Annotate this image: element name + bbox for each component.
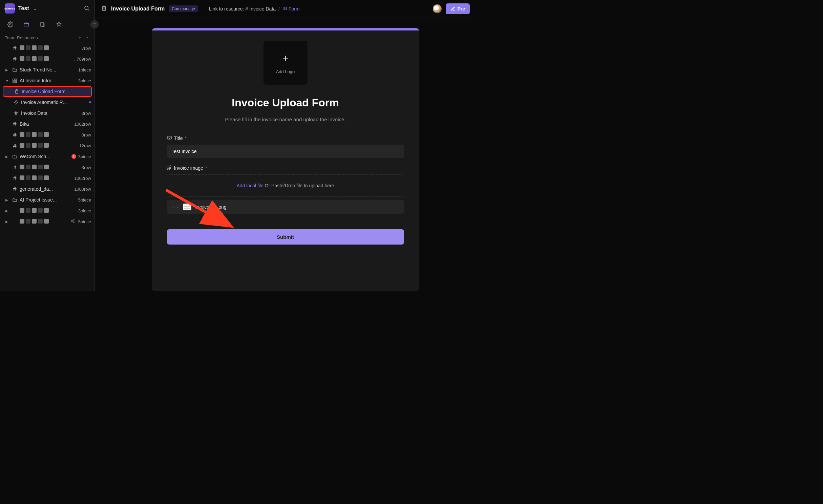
caret-icon: ▶	[5, 209, 9, 213]
permission-badge[interactable]: Can manage	[169, 5, 198, 12]
add-resource-button[interactable]: ＋	[78, 35, 82, 41]
tree-item[interactable]: Invoice Upload Form	[3, 86, 92, 97]
sidebar-collapse-button[interactable]	[90, 20, 99, 28]
hash-icon	[12, 46, 18, 51]
user-avatar[interactable]	[433, 4, 442, 13]
svg-point-0	[85, 6, 88, 10]
tree-item[interactable]: Invoice Data3row	[0, 108, 94, 119]
tree-item-label: generated_da...	[20, 186, 72, 192]
tree-item[interactable]: 3row	[0, 162, 94, 173]
hash-icon	[12, 132, 18, 138]
tab-folder-icon[interactable]	[23, 21, 30, 28]
tree-item[interactable]: Bika1002row	[0, 119, 94, 129]
tree-item[interactable]: ▶Stock Trend Ne...1piece	[0, 64, 94, 75]
submit-button[interactable]: Submit	[167, 229, 404, 245]
svg-line-40	[14, 165, 14, 169]
workspace-name: Test	[18, 5, 29, 12]
svg-point-2	[9, 24, 11, 25]
search-icon[interactable]	[84, 5, 90, 12]
add-logo-label: Add Logo	[276, 69, 295, 74]
attachment-icon	[167, 165, 172, 171]
preview-button[interactable]: Pre	[446, 3, 470, 14]
tree-item-suffix: 12row	[79, 143, 91, 148]
workspace-switcher[interactable]: SAMPLE Test ⌄	[0, 0, 94, 17]
tree-item[interactable]: 12row	[0, 140, 94, 151]
tab-template-icon[interactable]	[39, 21, 46, 28]
tab-settings-icon[interactable]	[7, 21, 14, 28]
svg-rect-18	[15, 81, 16, 82]
resource-name[interactable]: Invoice Data	[249, 6, 276, 12]
tree-item[interactable]: ▶3piece	[0, 205, 94, 216]
tree-item-suffix: 1piece	[78, 67, 91, 72]
topbar: Invoice Upload Form Can manage Link to r…	[95, 0, 476, 18]
title-input[interactable]	[167, 145, 404, 158]
tree-item[interactable]: 1002row	[0, 173, 94, 184]
tree-item-suffix: 1002row	[74, 122, 91, 127]
tree-item-suffix: 3row	[82, 111, 91, 116]
tree-item[interactable]: 7row	[0, 43, 94, 54]
tree-item[interactable]: ▼AI Invoice Infor...3piece	[0, 75, 94, 86]
svg-point-51	[71, 220, 72, 222]
tree-item-label: Invoice Automatic R...	[21, 100, 86, 105]
svg-line-28	[14, 122, 14, 126]
tab-pin-icon[interactable]	[56, 21, 62, 28]
form-card: ＋ Add Logo Invoice Upload Form Please fi…	[152, 28, 419, 291]
tree-item[interactable]: generated_da...1000row	[0, 184, 94, 194]
upload-dropzone[interactable]: Add local file Or Paste/Drop file to upl…	[167, 174, 404, 197]
svg-line-36	[14, 144, 14, 147]
tree-item[interactable]: ..789row	[0, 54, 94, 64]
svg-line-33	[15, 133, 15, 136]
hash-icon	[12, 122, 18, 127]
svg-line-45	[15, 176, 15, 180]
workspace-badge: SAMPLE	[5, 3, 15, 14]
svg-line-54	[72, 221, 73, 222]
image-label: Invoice image	[174, 165, 203, 171]
hash-icon	[13, 111, 19, 116]
svg-line-9	[14, 46, 14, 50]
svg-line-37	[15, 144, 15, 147]
uploaded-file-row[interactable]: ⋮⋮ invoice-tax.png	[167, 200, 404, 214]
tree-item[interactable]: ▶5piece	[0, 216, 94, 227]
text-field-icon	[167, 135, 172, 141]
tree-item[interactable]: Invoice Automatic R...	[0, 97, 94, 108]
form-link[interactable]: Form	[289, 6, 300, 12]
form-title[interactable]: Invoice Upload Form	[167, 97, 404, 109]
page-title: Invoice Upload Form	[111, 6, 165, 12]
section-header: Team Resources ＋ ⋯	[0, 33, 94, 43]
svg-rect-17	[13, 81, 14, 82]
chevron-down-icon: ⌄	[33, 6, 37, 11]
svg-line-14	[15, 57, 15, 61]
form-accent-bar	[152, 28, 419, 30]
drag-handle-icon[interactable]: ⋮⋮	[171, 205, 180, 210]
tree-item[interactable]: ▶WeCom Sch...!3piece	[0, 151, 94, 162]
clipboard-icon	[14, 89, 20, 94]
caret-icon: ▶	[5, 68, 9, 72]
table-icon	[282, 6, 287, 12]
caret-icon: ▶	[5, 155, 9, 159]
hash-icon	[12, 165, 18, 170]
drop-hint: Or Paste/Drop file to upload here	[263, 183, 334, 188]
svg-line-41	[15, 165, 15, 169]
tree-item-suffix: 7row	[82, 46, 91, 51]
tree-item[interactable]: ▶AI Project Issue...5piece	[0, 194, 94, 205]
clipboard-icon	[101, 5, 107, 13]
caret-icon: ▼	[5, 79, 9, 83]
add-logo-button[interactable]: ＋ Add Logo	[263, 41, 308, 85]
tree-item-label: Invoice Upload Form	[22, 89, 88, 94]
hash-icon	[12, 187, 18, 192]
tree-item[interactable]: 0row	[0, 129, 94, 140]
svg-line-24	[15, 111, 16, 115]
title-label: Title	[174, 135, 183, 141]
tree-item-suffix: 3piece	[78, 154, 91, 159]
svg-line-25	[16, 111, 17, 115]
more-options-button[interactable]: ⋯	[85, 35, 90, 41]
svg-line-44	[14, 176, 14, 180]
breadcrumb-separator: /	[278, 6, 280, 12]
form-description[interactable]: Please fill in the invoice name and uplo…	[167, 117, 404, 122]
caret-icon: ▶	[5, 198, 9, 202]
add-local-file-link[interactable]: Add local file	[237, 183, 263, 188]
svg-line-13	[14, 57, 14, 61]
svg-line-48	[14, 187, 14, 191]
plus-icon: ＋	[281, 51, 290, 64]
tree-item-label: Bika	[20, 121, 72, 127]
